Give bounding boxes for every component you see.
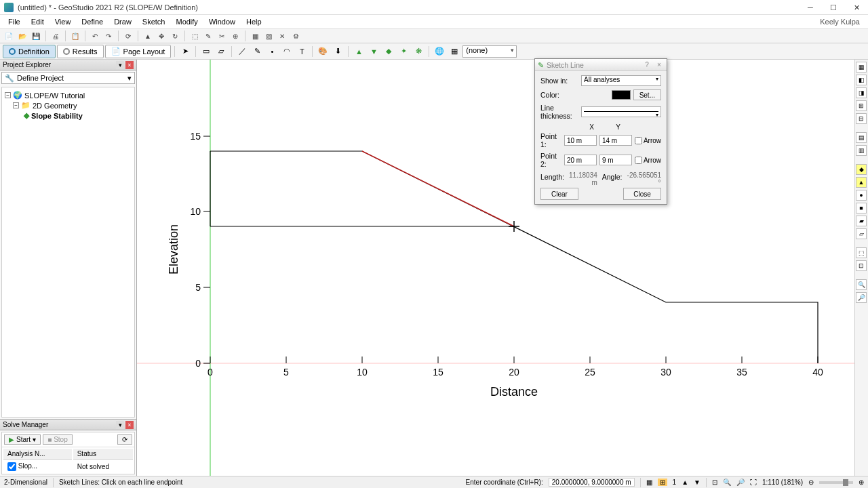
set-color-button[interactable]: Set... — [633, 89, 661, 100]
drawing-canvas[interactable]: 0 5 10 15 Elevation 0 5 10 15 20 25 30 3… — [137, 60, 854, 476]
rt-8-icon[interactable]: ◆ — [856, 164, 867, 175]
rt-14-icon[interactable]: ⬚ — [856, 247, 867, 258]
rt-16-icon[interactable]: 🔍 — [856, 279, 867, 290]
point1-arrow-check[interactable]: Arrow — [635, 137, 661, 144]
tree-root[interactable]: −🌍 SLOPE/W Tutorial — [5, 90, 132, 100]
menu-draw[interactable]: Draw — [108, 16, 137, 27]
rt-15-icon[interactable]: ⊡ — [856, 260, 867, 271]
point2-x-input[interactable] — [564, 155, 597, 165]
open-icon[interactable]: 📂 — [16, 30, 28, 42]
refresh-icon[interactable]: ⟳ — [122, 30, 134, 42]
start-button[interactable]: ▶Start▾ — [4, 434, 41, 445]
green1-icon[interactable]: ▲ — [352, 45, 366, 58]
material-tool-icon[interactable]: 🎨 — [316, 45, 330, 58]
tool-d-icon[interactable]: ⊕ — [229, 30, 241, 42]
pointer-icon[interactable]: ▲ — [142, 30, 154, 42]
tool-h-icon[interactable]: ⚙ — [290, 30, 302, 42]
menu-edit[interactable]: Edit — [26, 16, 50, 27]
close-dialog-button[interactable]: Close — [623, 188, 661, 200]
rt-2-icon[interactable]: ◧ — [856, 75, 867, 85]
pan-icon[interactable]: ✥ — [155, 30, 167, 42]
bc-tool-icon[interactable]: ⬇ — [331, 45, 344, 58]
rotate-icon[interactable]: ↻ — [169, 30, 181, 42]
rt-13-icon[interactable]: ▱ — [856, 228, 867, 239]
close-panel-icon[interactable]: × — [125, 421, 134, 429]
green2-icon[interactable]: ▼ — [367, 45, 380, 58]
menu-help[interactable]: Help — [241, 16, 267, 27]
print-icon[interactable]: 🖨 — [50, 30, 62, 42]
green3-icon[interactable]: ◆ — [382, 45, 395, 58]
menu-modify[interactable]: Modify — [170, 16, 203, 27]
new-icon[interactable]: 📄 — [3, 30, 15, 42]
tool-a-icon[interactable]: ⬚ — [189, 30, 201, 42]
show-in-select[interactable]: All analyses — [581, 75, 661, 86]
rt-17-icon[interactable]: 🔎 — [856, 292, 867, 303]
zoom-plus-icon[interactable]: ⊕ — [859, 479, 864, 486]
sketch-line-dialog[interactable]: ✎ Sketch Line ? × Show in: All analyses … — [534, 58, 667, 205]
rt-11-icon[interactable]: ■ — [856, 203, 867, 214]
redo-icon[interactable]: ↷ — [102, 30, 115, 42]
project-tree[interactable]: −🌍 SLOPE/W Tutorial −📁 2D Geometry ◆ Slo… — [1, 87, 135, 418]
undo-icon[interactable]: ↶ — [89, 30, 101, 42]
line-tool-icon[interactable]: ／ — [235, 45, 249, 58]
refresh-solve-icon[interactable]: ⟳ — [117, 434, 132, 445]
rt-5-icon[interactable]: ⊟ — [856, 113, 867, 124]
tree-geometry[interactable]: −📁 2D Geometry — [5, 100, 132, 110]
page-up-icon[interactable]: ▲ — [682, 479, 688, 486]
menu-sketch[interactable]: Sketch — [137, 16, 171, 27]
rt-3-icon[interactable]: ◨ — [856, 87, 867, 98]
menu-view[interactable]: View — [50, 16, 77, 27]
tree-slope-stability[interactable]: ◆ Slope Stability — [5, 110, 132, 121]
layer-combo[interactable]: (none) — [462, 45, 517, 58]
green5-icon[interactable]: ❋ — [412, 45, 425, 58]
point-tool-icon[interactable]: • — [265, 45, 279, 58]
rt-12-icon[interactable]: ▰ — [856, 216, 867, 226]
dialog-titlebar[interactable]: ✎ Sketch Line ? × — [535, 59, 667, 71]
cursor-tool-icon[interactable]: ➤ — [178, 45, 192, 58]
menu-define[interactable]: Define — [76, 16, 108, 27]
misc-icon[interactable]: ▦ — [448, 45, 461, 58]
globe-icon[interactable]: 🌐 — [433, 45, 446, 58]
green4-icon[interactable]: ✦ — [397, 45, 410, 58]
close-panel-icon[interactable]: × — [125, 61, 134, 69]
rt-4-icon[interactable]: ⊞ — [856, 100, 867, 111]
snap-icon[interactable]: ⊞ — [658, 479, 667, 486]
poly-tool-icon[interactable]: ▱ — [214, 45, 228, 58]
rt-10-icon[interactable]: ● — [856, 190, 867, 201]
pin-icon[interactable]: ▾ — [116, 421, 124, 429]
point2-y-input[interactable] — [599, 155, 632, 165]
zoom-in-icon[interactable]: 🔍 — [723, 479, 731, 486]
point1-y-input[interactable] — [599, 135, 632, 146]
copy-icon[interactable]: 📋 — [69, 30, 81, 42]
zoom-out-icon[interactable]: 🔎 — [736, 479, 745, 486]
define-project-button[interactable]: 🔧 Define Project ▾ — [1, 72, 135, 84]
tab-page-layout[interactable]: 📄Page Layout — [105, 45, 172, 58]
maximize-button[interactable]: ☐ — [822, 0, 845, 15]
rt-6-icon[interactable]: ▤ — [856, 132, 867, 143]
grid-icon[interactable]: ▦ — [646, 479, 652, 486]
menu-file[interactable]: File — [3, 16, 26, 27]
page-down-icon[interactable]: ▼ — [694, 479, 701, 486]
point1-x-input[interactable] — [564, 135, 597, 146]
tool-c-icon[interactable]: ✂ — [216, 30, 228, 42]
help-icon[interactable]: ? — [642, 61, 652, 68]
zoom-extents-icon[interactable]: ⛶ — [750, 479, 757, 486]
zoom-slider[interactable] — [819, 481, 853, 484]
stop-button[interactable]: ■Stop — [43, 434, 73, 445]
tab-definition[interactable]: Definition — [3, 45, 56, 58]
save-icon[interactable]: 💾 — [30, 30, 42, 42]
rt-1-icon[interactable]: ▦ — [856, 62, 867, 73]
zoom-minus-icon[interactable]: ⊖ — [808, 479, 814, 486]
tool-e-icon[interactable]: ▦ — [249, 30, 261, 42]
tool-f-icon[interactable]: ▨ — [262, 30, 275, 42]
pin-icon[interactable]: ▾ — [116, 61, 124, 69]
zoom-fit-icon[interactable]: ⊡ — [712, 479, 717, 486]
minimize-button[interactable]: ─ — [799, 0, 822, 15]
rt-7-icon[interactable]: ▥ — [856, 145, 867, 156]
region-tool-icon[interactable]: ▭ — [199, 45, 213, 58]
tab-results[interactable]: Results — [57, 45, 104, 58]
rt-9-icon[interactable]: ▲ — [856, 177, 867, 188]
clear-button[interactable]: Clear — [540, 188, 578, 200]
solve-row[interactable]: Slop... Not solved — [3, 461, 133, 472]
arc-tool-icon[interactable]: ◠ — [280, 45, 294, 58]
